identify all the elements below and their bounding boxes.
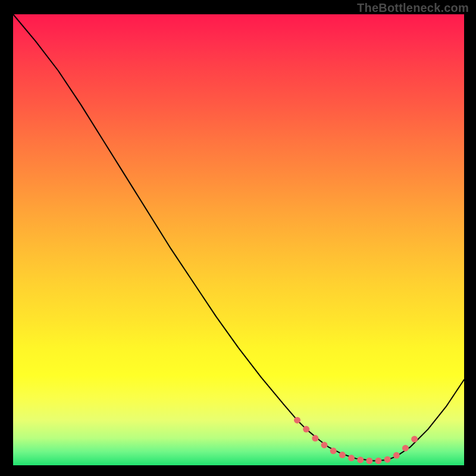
plot-area bbox=[13, 14, 464, 465]
marker-point bbox=[348, 455, 355, 461]
marker-point bbox=[303, 426, 309, 433]
marker-point bbox=[321, 441, 328, 448]
chart-frame: TheBottleneck.com bbox=[0, 0, 476, 476]
marker-point bbox=[312, 435, 318, 441]
watermark-text: TheBottleneck.com bbox=[357, 1, 469, 15]
marker-point bbox=[375, 458, 381, 464]
marker-point bbox=[339, 452, 346, 458]
marker-point bbox=[294, 417, 300, 424]
marker-point bbox=[402, 445, 409, 452]
marker-point bbox=[411, 436, 418, 443]
marker-point bbox=[366, 458, 372, 464]
curve-line bbox=[13, 14, 464, 461]
marker-point bbox=[384, 456, 391, 463]
marker-point bbox=[393, 452, 400, 459]
marker-point bbox=[330, 447, 337, 454]
marker-point bbox=[357, 456, 364, 463]
chart-svg bbox=[13, 14, 464, 465]
